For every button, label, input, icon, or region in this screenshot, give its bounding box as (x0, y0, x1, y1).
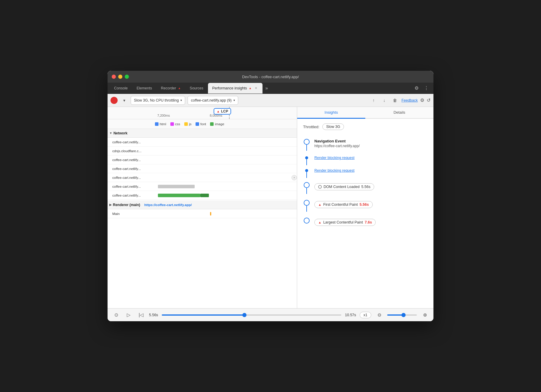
event-circle-3 (304, 182, 310, 188)
delete-icon: 🗑 (393, 98, 397, 103)
row-bars-6 (155, 191, 297, 200)
legend-js: js (184, 122, 191, 126)
minimize-button[interactable] (118, 75, 122, 79)
zoom-slider[interactable] (387, 314, 417, 316)
timeline-header: ▲ LCP 7,200ms 8,000ms (108, 107, 297, 119)
renderer-section-header: ▶ Renderer (main) https://coffee-cart.ne… (108, 200, 297, 209)
network-section: ▼ Network coffee-cart.netlify... cdnjs.c… (108, 129, 297, 308)
zoom-thumb[interactable] (401, 313, 406, 317)
render-block-link-1[interactable]: Render blocking request (314, 156, 355, 160)
tab-elements[interactable]: Elements (132, 83, 156, 94)
toolbar: ▾ Slow 3G, No CPU throttling ▾ coffee-ca… (108, 94, 433, 107)
event-info-3: DOM Content Loaded 5.56s (314, 182, 428, 190)
event-dot-1 (305, 156, 308, 159)
event-lcp: ▲ Largest Contentful Paint 7.6s (303, 215, 428, 229)
bar-green-6 (158, 194, 201, 197)
devtools-more-button[interactable]: ⋮ (422, 84, 431, 92)
bar-green-dark-6 (200, 194, 209, 197)
dom-circle-icon (318, 185, 322, 189)
render-block-link-2[interactable]: Render blocking request (314, 168, 355, 173)
network-throttle-dropdown[interactable]: Slow 3G, No CPU throttling ▾ (131, 96, 185, 105)
upload-button[interactable]: ↑ (369, 96, 378, 105)
row-label-6: coffee-cart.netlify... (108, 194, 155, 197)
row-bars-4: › (155, 173, 297, 182)
status-bar: ⊙ ▷ |◁ 5.56s 10.57s x1 ⊖ ⊕ (108, 308, 433, 321)
renderer-section-title: Renderer (main) (113, 203, 140, 207)
tab-sources[interactable]: Sources (185, 83, 207, 94)
renderer-url[interactable]: https://coffee-cart.netlify.app/ (144, 203, 192, 207)
upload-icon: ↑ (373, 98, 375, 103)
event-line-col-4 (303, 200, 310, 212)
renderer-collapse-icon[interactable]: ▶ (109, 203, 112, 206)
tab-details[interactable]: Details (365, 107, 433, 119)
event-dom-loaded: DOM Content Loaded 5.56s (303, 179, 428, 197)
maximize-button[interactable] (125, 75, 129, 79)
view-icon-button[interactable]: ⊙ (112, 311, 121, 319)
tab-bar: Console Elements Recorder ▲ Sources Perf… (108, 83, 433, 94)
table-row: coffee-cart.netlify... (108, 164, 297, 173)
html-legend-dot (155, 122, 159, 126)
table-row: coffee-cart.netlify... (108, 182, 297, 191)
devtools-window: DevTools - coffee-cart.netlify.app/ Cons… (108, 71, 433, 321)
network-collapse-icon[interactable]: ▼ (109, 131, 112, 135)
event-line-col-2 (303, 168, 310, 178)
settings-icon-button[interactable]: ⚙ (420, 97, 424, 103)
main-bars (155, 209, 297, 218)
slider-thumb[interactable] (242, 313, 247, 317)
event-circle-5 (304, 218, 310, 224)
more-tabs-button[interactable]: » (263, 84, 270, 92)
bar-gray-5 (158, 185, 195, 188)
network-section-title: Network (113, 131, 127, 135)
row-label-4: coffee-cart.netlify... (108, 176, 155, 179)
row-bars-1 (155, 147, 297, 155)
delete-button[interactable]: 🗑 (391, 96, 399, 105)
table-row: coffee-cart.netlify... › (108, 173, 297, 182)
event-dot-2 (305, 169, 308, 172)
table-row: coffee-cart.netlify... (108, 155, 297, 164)
toolbar-right: ↑ ↓ 🗑 Feedback ⚙ ↺ (369, 96, 430, 105)
play-icon: ▷ (127, 312, 130, 318)
download-icon: ↓ (383, 98, 385, 103)
timeline-slider[interactable] (162, 314, 342, 316)
tab-performance-insights[interactable]: Performance insights ▲ ✕ (208, 83, 262, 94)
more-tabs-icon: » (265, 86, 268, 91)
first-button[interactable]: |◁ (137, 311, 145, 319)
fcp-time: 5.56s (360, 203, 369, 207)
tab-close-icon[interactable]: ✕ (254, 86, 258, 91)
tab-recorder[interactable]: Recorder ▲ (157, 83, 185, 94)
fcp-warning-icon: ▲ (318, 203, 321, 206)
devtools-settings-button[interactable]: ⚙ (412, 84, 421, 92)
connector-3 (306, 188, 307, 194)
zoom-out-button[interactable]: ⊖ (375, 311, 384, 319)
tab-console[interactable]: Console (110, 83, 132, 94)
zoom-in-button[interactable]: ⊕ (420, 311, 429, 319)
html-legend-label: html (160, 122, 166, 126)
event-info-5: ▲ Largest Contentful Paint 7.6s (314, 218, 428, 226)
expand-arrow-icon[interactable]: › (292, 175, 297, 180)
main-content: ▲ LCP 7,200ms 8,000ms html css js (108, 107, 433, 308)
feedback-button[interactable]: Feedback (401, 98, 418, 102)
event-fcp: ▲ First Contentful Paint 5.56s (303, 197, 428, 215)
download-button[interactable]: ↓ (380, 96, 388, 105)
lcp-time: 7.6s (365, 220, 372, 224)
events-timeline: Navigation Event https://coffee-cart.net… (303, 136, 428, 229)
tab-insights[interactable]: Insights (297, 107, 365, 119)
target-selector-dropdown[interactable]: coffee-cart.netlify.app (9) ▾ (188, 96, 238, 105)
more-icon-button[interactable]: ↺ (427, 97, 430, 103)
renderer-bar (210, 212, 211, 216)
tab-console-label: Console (114, 86, 128, 90)
zoom-out-icon: ⊖ (377, 312, 381, 318)
record-button[interactable] (111, 97, 118, 104)
play-button[interactable]: ▷ (124, 311, 133, 319)
dom-loaded-badge: DOM Content Loaded 5.56s (314, 183, 374, 190)
tab-elements-label: Elements (137, 86, 152, 90)
lcp-warning-icon: ▲ (318, 221, 321, 224)
dropdown-arrow-button[interactable]: ▾ (120, 96, 128, 105)
dom-loaded-time: 5.56s (361, 185, 371, 189)
performance-icon: ▲ (249, 86, 252, 90)
close-button[interactable] (112, 75, 116, 79)
event-title-0: Navigation Event (314, 139, 428, 143)
lcp-text: Largest Contentful Paint (323, 220, 363, 224)
time-mark-7200: 7,200ms (157, 114, 170, 117)
network-throttle-value: Slow 3G, No CPU throttling (134, 98, 179, 102)
